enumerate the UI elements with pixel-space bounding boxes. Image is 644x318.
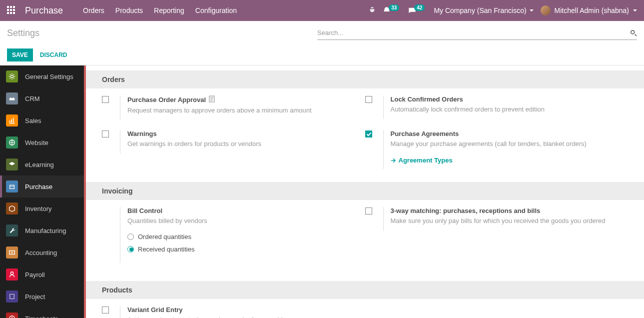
wrench-icon [6,224,18,236]
top-header: Purchase Orders Products Reporting Confi… [0,0,644,21]
sidebar-item-manufacturing[interactable]: Manufacturing [0,220,84,242]
sidebar-item-label: Project [25,293,45,300]
sidebar-item-crm[interactable]: CRM [0,88,84,110]
sidebar-item-elearning[interactable]: eLearning [0,154,84,176]
svg-rect-2 [10,185,14,188]
chart-icon [6,114,18,126]
setting-title: Variant Grid Entry [127,306,183,314]
checkbox-variant-grid[interactable] [102,306,109,314]
settings-sidebar: General Settings CRM Sales Website eLear… [0,66,84,318]
sidebar-item-label: Sales [25,117,41,124]
section-header-invoicing: Invoicing [86,182,644,200]
setting-title: Purchase Order Approval [127,96,206,104]
clock-icon [6,312,18,318]
chevron-down-icon [633,10,637,12]
nav-reporting[interactable]: Reporting [154,6,184,14]
checkbox-3way[interactable] [365,208,372,214]
checkbox-po-approval[interactable] [102,96,109,103]
sidebar-item-project[interactable]: Project [0,286,84,308]
handshake-icon [6,92,18,104]
chat-badge: 42 [414,4,425,11]
company-name: My Company (San Francisco) [434,6,526,14]
radio-received-qty[interactable]: Received quantities [127,246,365,253]
nav-menu: Orders Products Reporting Configuration [83,6,237,14]
app-name: Purchase [25,6,63,16]
sidebar-item-label: Website [25,139,48,146]
save-button[interactable]: SAVE [7,48,33,62]
puzzle-icon [6,290,18,302]
sidebar-item-sales[interactable]: Sales [0,110,84,132]
sidebar-item-label: Purchase [25,183,52,190]
nav-orders[interactable]: Orders [83,6,104,14]
section-header-orders: Orders [86,70,644,88]
svg-point-4 [11,252,13,254]
arrow-right-icon [391,158,396,163]
svg-point-0 [10,75,13,78]
setting-title: Purchase Agreements [391,130,459,138]
bug-icon[interactable] [369,6,376,15]
money-icon [6,246,18,258]
setting-desc: Automatically lock confirmed orders to p… [391,105,629,114]
messages-button[interactable]: 42 [408,6,427,14]
svg-rect-3 [9,251,15,254]
notifications-button[interactable]: 33 [383,6,401,14]
section-header-products: Products [86,281,644,299]
setting-desc: Get warnings in orders for products or v… [127,140,365,148]
box-icon [6,202,18,214]
user-name: Mitchell Admin (shabna) [555,6,629,14]
agreement-types-link[interactable]: Agreement Types [391,156,629,164]
sidebar-item-label: Timesheets [25,315,58,318]
globe-icon [6,136,18,148]
sidebar-item-inventory[interactable]: Inventory [0,198,84,220]
radio-ordered-qty[interactable]: Ordered quantities [127,233,365,240]
avatar [541,6,551,16]
discard-button[interactable]: DISCARD [40,52,67,58]
setting-desc: Make sure you only pay bills for which y… [391,216,629,226]
document-icon [209,96,215,104]
sidebar-item-label: Payroll [25,271,45,278]
setting-desc: Request managers to approve orders above… [127,106,365,115]
company-selector[interactable]: My Company (San Francisco) [434,6,533,14]
search-icon[interactable] [630,30,637,36]
setting-desc: Quantities billed by vendors [127,216,365,226]
user-menu[interactable]: Mitchell Admin (shabna) [541,6,637,16]
notif-badge: 33 [389,4,399,11]
svg-point-5 [10,272,13,274]
radio-icon [127,234,134,240]
search-wrap [317,26,637,40]
control-bar: Settings SAVE DISCARD [0,21,644,66]
sidebar-item-label: Manufacturing [25,227,66,234]
setting-title: Lock Confirmed Orders [391,96,463,103]
sidebar-item-purchase[interactable]: Purchase [0,176,84,198]
setting-title: Bill Control [127,207,162,214]
chevron-down-icon [530,10,534,12]
sidebar-item-label: Accounting [25,249,57,256]
sidebar-item-accounting[interactable]: Accounting [0,242,84,264]
apps-launcher-icon[interactable] [7,6,16,15]
search-input[interactable] [317,29,630,36]
sidebar-item-label: General Settings [25,73,73,80]
setting-desc: Manage your purchase agreements (call fo… [391,140,629,148]
setting-title: 3-way matching: purchases, receptions an… [391,207,541,214]
page-title: Settings [7,28,39,38]
checkbox-agreements[interactable] [365,130,372,138]
radio-icon [127,246,134,252]
sidebar-item-label: eLearning [25,161,54,168]
nav-products[interactable]: Products [115,6,143,14]
settings-content: Orders Purchase Order Approval Request m… [84,66,644,318]
sidebar-item-general[interactable]: General Settings [0,66,84,88]
checkbox-lock-orders[interactable] [365,96,372,103]
sidebar-item-payroll[interactable]: Payroll [0,264,84,286]
sidebar-item-label: CRM [25,95,40,102]
checkbox-warnings[interactable] [102,130,109,138]
nav-configuration[interactable]: Configuration [195,6,237,14]
sidebar-item-label: Inventory [25,205,51,212]
setting-title: Warnings [127,130,157,138]
graduation-icon [6,158,18,170]
payroll-icon [6,268,18,280]
sidebar-item-timesheets[interactable]: Timesheets [0,308,84,318]
sidebar-item-website[interactable]: Website [0,132,84,154]
gear-icon [6,70,18,82]
cart-icon [6,180,18,192]
setting-desc: Add several variants to the purchase ord… [127,316,365,318]
